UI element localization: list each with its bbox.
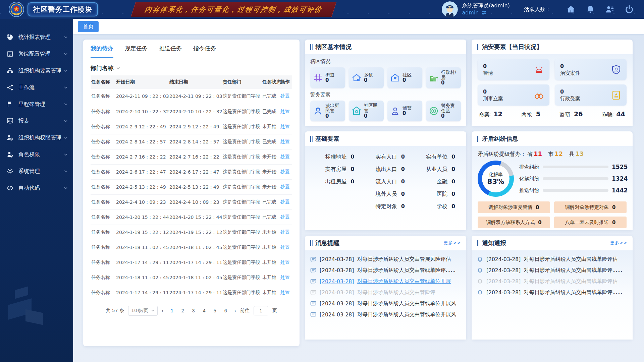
stat-card-admin-cases[interactable]: 0 行政受案 <box>555 84 627 106</box>
prev-page-button[interactable]: ‹ <box>162 308 163 313</box>
notice-item[interactable]: [2024-03-28] 对每日涉矛盾纠纷人员交由管线单险评...... <box>477 287 627 298</box>
notice-item[interactable]: [2024-03-28] 对每日涉矛盾纠纷人员交由管线单险评估 <box>477 254 627 265</box>
crime-stat-label: 盗窃: <box>559 111 572 118</box>
sidebar-item-auto-code[interactable]: 自动代码 <box>0 180 73 196</box>
contacts-icon[interactable] <box>605 5 614 14</box>
tab-command-tasks[interactable]: 指令任务 <box>193 40 216 58</box>
sidebar-item-org-permissions[interactable]: 组织机构权限管理 <box>0 129 73 146</box>
task-department: 这是责任部门字段 <box>222 209 262 225</box>
handle-link[interactable]: 处置 <box>280 154 290 159</box>
goto-page-input[interactable] <box>254 306 268 315</box>
stat-label: 街道 <box>325 72 334 77</box>
handle-link[interactable]: 处置 <box>280 109 290 114</box>
message-text: 对每日涉矛盾纠纷人员交由管展风险评估 <box>357 256 451 263</box>
handle-link[interactable]: 处置 <box>280 184 290 189</box>
notice-item[interactable]: [2024-03-28] 对每日涉矛盾纠纷人员交由管线单险评估 <box>477 276 627 287</box>
handle-link[interactable]: 处置 <box>280 244 290 250</box>
switch-user[interactable]: admin <box>462 9 510 16</box>
department-filter[interactable]: 部门名称 <box>91 58 292 75</box>
sidebar-item-workflow[interactable]: 工作流 <box>0 79 73 96</box>
handle-link[interactable]: 处置 <box>280 259 290 265</box>
task-end-date: 2024-1-18 11 : 02 : 45 <box>169 240 222 255</box>
tab-pushed-tasks[interactable]: 推送任务 <box>159 40 182 58</box>
handle-link[interactable]: 处置 <box>280 199 290 204</box>
message-item[interactable]: [2024-03-28] 对每日涉矛盾纠纷人员交由管线单位开展风 <box>310 298 461 309</box>
stat-value: 0 <box>560 88 564 95</box>
sidebar-item-reports[interactable]: 报表 <box>0 113 73 129</box>
handle-link[interactable]: 处置 <box>280 214 290 220</box>
basic-stat-row: 金融 0 <box>415 178 457 185</box>
next-page-button[interactable]: › <box>234 308 236 313</box>
power-icon[interactable] <box>625 5 634 14</box>
page-number[interactable]: 3 <box>189 306 198 315</box>
tab-home[interactable]: 首页 <box>78 21 99 32</box>
table-row: 任务名称 2024-2-4 10 : 09 : 23 2024-2-4 10 :… <box>91 194 292 209</box>
message-item[interactable]: [2024-03-28] 对每日涉矛盾纠纷人员交由管线单险评...... <box>310 265 461 276</box>
sidebar-item-label: 统计报表管理 <box>18 34 64 41</box>
dispute-bar-label: 化解纠纷 <box>519 176 539 182</box>
home-icon[interactable] <box>566 5 576 14</box>
basic-stat-row: 特定对象 0 <box>365 203 406 210</box>
bell-icon[interactable] <box>586 5 595 14</box>
table-row: 任务名称 2024-2-10 10 : 22 : 32 2024-2-10 10… <box>91 104 292 119</box>
stat-card-duty-area[interactable]: 警务责任区 0 <box>426 101 461 121</box>
basic-stat-value: 0 <box>351 178 356 185</box>
sidebar-item-system-management[interactable]: 系统管理 <box>0 163 73 180</box>
message-item[interactable]: [2024-03-28] 对每日涉矛盾纠纷人员交由管线单位开展 <box>310 276 461 287</box>
messages-more-link[interactable]: 更多>> <box>444 240 461 246</box>
stat-label: 辅警 <box>402 106 412 111</box>
duty-area-icon <box>429 106 439 116</box>
handle-link[interactable]: 处置 <box>280 290 290 295</box>
message-text: 对每日涉矛盾纠纷人员交由管线单位开展风 <box>357 311 456 318</box>
indicator-label: 调解双方缺联系人方式 <box>486 219 535 226</box>
page-number[interactable]: 4 <box>200 306 209 315</box>
handle-link[interactable]: 处置 <box>280 169 290 174</box>
stat-card-criminal-cases[interactable]: 0 刑事立案 <box>478 84 549 106</box>
stat-card-security-cases[interactable]: 0 治安案件 <box>555 59 627 80</box>
notice-item[interactable]: [2024-03-28] 对每日涉矛盾纠纷人员交由管线单险评...... <box>477 265 627 276</box>
switch-icon <box>481 10 487 15</box>
stat-card-community-police[interactable]: 社区民警 0 <box>349 101 384 121</box>
sidebar-item-milestones[interactable]: 里程碑管理 <box>0 96 73 113</box>
sidebar-item-role-permissions[interactable]: 角色权限 <box>0 146 73 163</box>
message-item[interactable]: [2024-03-28] 对每日涉矛盾纠纷人员交由管线单位开展风 <box>310 309 461 320</box>
notices-more-link[interactable]: 更多>> <box>610 240 627 246</box>
tab-my-todo[interactable]: 我的待办 <box>91 40 113 58</box>
handle-link[interactable]: 处置 <box>280 139 290 144</box>
donut-value: 83% <box>487 178 504 186</box>
tab-regular-tasks[interactable]: 规定任务 <box>125 40 148 58</box>
handle-link[interactable]: 处置 <box>280 275 290 280</box>
donut-label: 化解率 <box>489 172 503 178</box>
user-avatar[interactable] <box>442 1 458 17</box>
message-item[interactable]: [2024-03-28] 对每日涉矛盾纠纷人员交由管险评 <box>310 287 461 298</box>
handle-link[interactable]: 处置 <box>280 124 290 129</box>
page-number[interactable]: 5 <box>210 306 220 315</box>
sidebar-item-police-config[interactable]: 警综配置管理 <box>0 46 73 62</box>
dispute-bar-row: 推送纠纷 1442 <box>519 187 627 194</box>
page-size-select[interactable]: 10条/页 <box>128 306 158 316</box>
stat-card-village[interactable]: 行政村/居 0 <box>426 67 461 88</box>
message-date: [2024-03-28] <box>320 267 354 274</box>
stat-card-township[interactable]: 乡镇 0 <box>349 67 384 88</box>
sidebar-item-org-elements[interactable]: 组织机构要素管理 <box>0 62 73 79</box>
basic-stat-row: 医院 0 <box>415 191 457 198</box>
task-start-date: 2024-2-8 14 : 22 : 57 <box>115 134 169 149</box>
message-icon <box>310 301 316 307</box>
stat-card-community[interactable]: 社区 0 <box>387 67 422 88</box>
stat-card-alerts[interactable]: 0 警情 <box>478 59 549 80</box>
handle-link[interactable]: 处置 <box>280 229 290 235</box>
page-number[interactable]: 2 <box>178 306 187 315</box>
sidebar-item-statistic-reports[interactable]: 统计报表管理 <box>0 29 73 46</box>
handle-link[interactable]: 处置 <box>280 93 290 99</box>
page-number[interactable]: 6 <box>221 306 230 315</box>
stat-label: 乡镇 <box>364 72 373 77</box>
task-end-date: 2024-2-5 13 : 22 : 49 <box>169 179 222 194</box>
stat-card-station-police[interactable]: 派出所民警 0 <box>310 101 345 121</box>
page-number[interactable]: 1 <box>167 306 177 315</box>
stat-card-auxiliary-police[interactable]: 辅警 0 <box>387 101 422 121</box>
stat-value: 0 <box>325 77 334 83</box>
stat-card-street[interactable]: 街道 0 <box>310 67 345 88</box>
task-department: 这是责任部门字段 <box>222 119 262 134</box>
sidebar: 统计报表管理 警综配置管理 组织机构要素管理 工作流 里程碑 <box>0 19 73 362</box>
message-item[interactable]: [2024-03-28] 对每日涉矛盾纠纷人员交由管展风险评估 <box>310 254 461 265</box>
